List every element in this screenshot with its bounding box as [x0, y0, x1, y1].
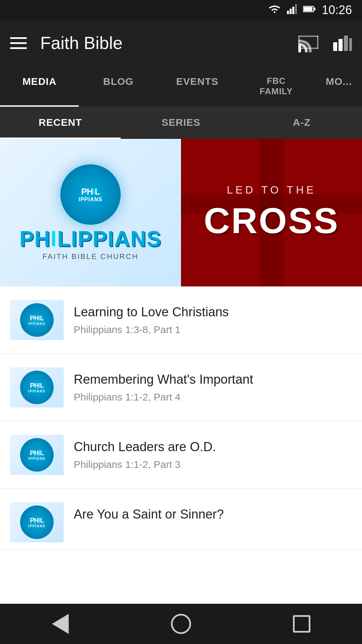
menu-line-bot [10, 47, 27, 49]
thumb-inner: PHIL IPPIANS [20, 505, 54, 539]
app-title: Faith Bible [40, 33, 285, 53]
thumb-inner: PHIL IPPIANS [20, 371, 54, 404]
media-info: Remembering What's Important Philippians… [74, 372, 352, 403]
svg-rect-3 [295, 4, 297, 14]
signal-icon [287, 4, 297, 16]
svg-rect-11 [298, 48, 318, 49]
top-nav: MEDIA BLOG EVENTS FBC FAMILY MO... [0, 66, 362, 107]
media-thumbnail: PHIL IPPIANS [10, 300, 64, 340]
media-list: PHIL IPPIANS Learning to Love Christians… [0, 286, 362, 549]
svg-rect-1 [290, 9, 292, 14]
sub-tab-a-z[interactable]: A-Z [241, 107, 362, 139]
banner-cross-text: CROSS [204, 200, 339, 241]
banner-philippians[interactable]: PHIL IPPIANS PHILIPPIANS FAITH BIBLE CHU… [0, 139, 181, 286]
media-thumbnail: PHIL IPPIANS [10, 367, 64, 408]
media-item[interactable]: PHIL IPPIANS Are You a Saint or Sinner? … [0, 489, 362, 549]
svg-rect-5 [314, 8, 315, 10]
cast-button[interactable] [298, 32, 318, 54]
thumb-text: PHIL IPPIANS [28, 517, 45, 528]
media-item[interactable]: PHIL IPPIANS Remembering What's Importan… [0, 354, 362, 421]
back-button[interactable] [40, 610, 80, 637]
thumb-text: PHIL IPPIANS [28, 449, 45, 461]
nav-tab-fbc-family[interactable]: FBC FAMILY [237, 66, 315, 107]
banner-philippians-content: PHIL IPPIANS PHILIPPIANS FAITH BIBLE CHU… [13, 158, 168, 268]
svg-rect-2 [292, 7, 294, 14]
media-thumbnail: PHIL IPPIANS [10, 502, 64, 542]
media-item-title: Church Leaders are O.D. [74, 439, 352, 455]
wifi-icon [268, 4, 281, 16]
svg-rect-14 [344, 36, 348, 51]
philippians-logo-dot: PHIL IPPIANS [60, 164, 121, 225]
media-item-subtitle: Philippians 1:1-2, Part 2 [74, 526, 352, 538]
bottom-nav [0, 604, 362, 644]
menu-line-top [10, 37, 27, 39]
media-thumbnail: PHIL IPPIANS [10, 435, 64, 475]
home-button[interactable] [161, 610, 201, 637]
media-item-subtitle: Philippians 1:3-8, Part 1 [74, 324, 352, 335]
media-item-title: Are You a Saint or Sinner? [74, 507, 352, 522]
svg-rect-8 [298, 36, 318, 37]
nav-tab-blog[interactable]: BLOG [79, 66, 158, 107]
nav-tab-events[interactable]: EVENTS [158, 66, 237, 107]
thumb-inner: PHIL IPPIANS [20, 438, 54, 472]
svg-rect-6 [304, 7, 312, 11]
svg-rect-10 [317, 36, 318, 49]
sub-nav: RECENT SERIES A-Z [0, 107, 362, 139]
thumb-text: PHIL IPPIANS [28, 314, 45, 326]
svg-rect-12 [333, 42, 337, 51]
banner-led-to-text: LED TO THE [204, 184, 339, 196]
recents-icon [293, 615, 310, 633]
svg-rect-0 [287, 11, 289, 14]
media-item-title: Remembering What's Important [74, 372, 352, 387]
thumb-inner: PHIL IPPIANS [20, 303, 54, 337]
menu-button[interactable] [10, 37, 27, 49]
analytics-button[interactable] [332, 32, 352, 54]
media-item[interactable]: PHIL IPPIANS Learning to Love Christians… [0, 286, 362, 354]
recents-button[interactable] [282, 610, 322, 637]
thumb-text: PHIL IPPIANS [28, 382, 45, 393]
svg-rect-9 [298, 36, 300, 49]
banner-cross[interactable]: LED TO THE CROSS [181, 139, 362, 286]
media-item-subtitle: Philippians 1:1-2, Part 4 [74, 391, 352, 403]
menu-line-mid [10, 42, 27, 44]
media-item[interactable]: PHIL IPPIANS Church Leaders are O.D. Phi… [0, 421, 362, 489]
media-info: Church Leaders are O.D. Philippians 1:1-… [74, 439, 352, 470]
media-item-title: Learning to Love Christians [74, 305, 352, 320]
banner-cross-content: LED TO THE CROSS [197, 177, 346, 248]
media-info: Learning to Love Christians Philippians … [74, 305, 352, 335]
sub-tab-recent[interactable]: RECENT [0, 107, 121, 139]
app-bar: Faith Bible [0, 20, 362, 66]
status-time: 10:26 [322, 3, 352, 17]
media-info: Are You a Saint or Sinner? Philippians 1… [74, 507, 352, 538]
home-icon [171, 614, 191, 634]
svg-rect-15 [349, 38, 352, 51]
featured-banner: PHIL IPPIANS PHILIPPIANS FAITH BIBLE CHU… [0, 139, 362, 286]
banner-philippians-subtitle: FAITH BIBLE CHURCH [19, 252, 162, 261]
sub-tab-series[interactable]: SERIES [121, 107, 241, 139]
banner-philippians-text: PHILIPPIANS [19, 228, 162, 250]
nav-tab-media[interactable]: MEDIA [0, 66, 79, 107]
nav-tab-more[interactable]: MO... [316, 66, 362, 107]
media-item-subtitle: Philippians 1:1-2, Part 3 [74, 459, 352, 470]
battery-icon [303, 5, 316, 15]
back-icon [52, 614, 69, 634]
status-bar: 10:26 [0, 0, 362, 20]
svg-rect-13 [339, 39, 343, 51]
